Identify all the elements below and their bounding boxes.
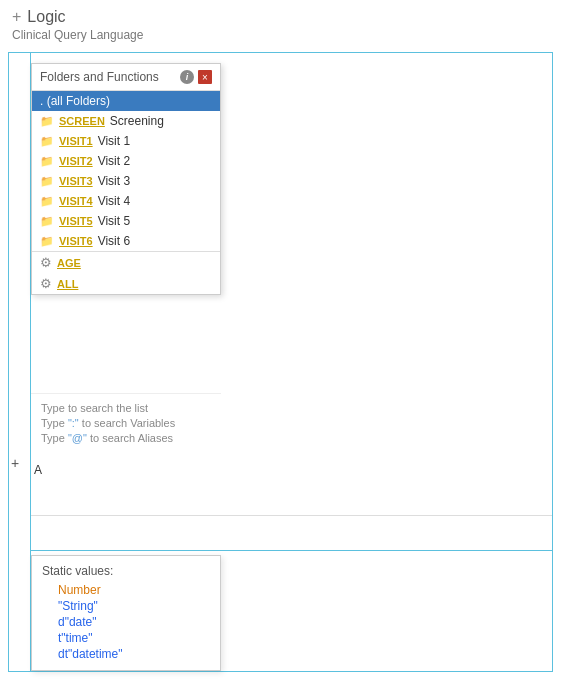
folder-label-visit2: Visit 2 <box>98 154 130 168</box>
functions-list: ⚙ AGE ⚙ ALL <box>32 252 220 294</box>
gear-icon-age: ⚙ <box>40 255 52 270</box>
close-icon[interactable]: × <box>198 70 212 84</box>
a-label: A <box>34 463 42 477</box>
folders-functions-panel: Folders and Functions i × . (all Folders… <box>31 63 221 295</box>
header: + Logic Clinical Query Language <box>0 0 561 46</box>
folder-key-visit5: VISIT5 <box>59 215 93 227</box>
page-title: Logic <box>27 8 65 26</box>
folder-key-visit3: VISIT3 <box>59 175 93 187</box>
page-container: + Logic Clinical Query Language Folders … <box>0 0 561 695</box>
folder-key-visit2: VISIT2 <box>59 155 93 167</box>
gear-icon-all: ⚙ <box>40 276 52 291</box>
folder-key-visit1: VISIT1 <box>59 135 93 147</box>
static-item-number[interactable]: Number <box>42 582 210 598</box>
function-item-age[interactable]: ⚙ AGE <box>32 252 220 273</box>
bottom-line <box>31 550 552 552</box>
colon-hint: ":" <box>68 417 79 429</box>
static-values-label: Static values: <box>42 564 210 578</box>
folder-label-visit5: Visit 5 <box>98 214 130 228</box>
folder-item-visit2[interactable]: 📁 VISIT2 Visit 2 <box>32 151 220 171</box>
folder-key-visit6: VISIT6 <box>59 235 93 247</box>
folder-label-visit6: Visit 6 <box>98 234 130 248</box>
info-icon[interactable]: i <box>180 70 194 84</box>
add-button[interactable]: + <box>11 455 19 471</box>
folder-item-visit4[interactable]: 📁 VISIT4 Visit 4 <box>32 191 220 211</box>
folder-item-visit6[interactable]: 📁 VISIT6 Visit 6 <box>32 231 220 251</box>
function-key-age: AGE <box>57 257 81 269</box>
folder-label-visit4: Visit 4 <box>98 194 130 208</box>
folder-item-visit5[interactable]: 📁 VISIT5 Visit 5 <box>32 211 220 231</box>
static-values-panel: Static values: Number "String" d"date" t… <box>31 555 221 671</box>
folder-item-visit3[interactable]: 📁 VISIT3 Visit 3 <box>32 171 220 191</box>
hint-variables: Type ":" to search Variables <box>41 417 211 429</box>
query-input[interactable] <box>31 488 552 515</box>
static-item-string[interactable]: "String" <box>42 598 210 614</box>
static-item-date[interactable]: d"date" <box>42 614 210 630</box>
static-item-datetime[interactable]: dt"datetime" <box>42 646 210 662</box>
static-item-time[interactable]: t"time" <box>42 630 210 646</box>
folder-label-visit3: Visit 3 <box>98 174 130 188</box>
folder-item-visit1[interactable]: 📁 VISIT1 Visit 1 <box>32 131 220 151</box>
panel-header-title: Folders and Functions <box>40 70 159 84</box>
hint-aliases: Type "@" to search Aliases <box>41 432 211 444</box>
at-hint: "@" <box>68 432 87 444</box>
all-folders-label: . (all Folders) <box>40 94 110 108</box>
function-item-all[interactable]: ⚙ ALL <box>32 273 220 294</box>
folder-icon-v4: 📁 <box>40 195 54 208</box>
hints-section: Type to search the list Type ":" to sear… <box>31 393 221 455</box>
folder-label-screen: Screening <box>110 114 164 128</box>
input-row <box>31 488 552 516</box>
header-title: + Logic <box>12 8 549 26</box>
content-area: Folders and Functions i × . (all Folders… <box>8 52 553 672</box>
function-key-all: ALL <box>57 278 78 290</box>
plus-icon: + <box>12 8 21 26</box>
folder-icon-v6: 📁 <box>40 235 54 248</box>
left-sidebar <box>9 53 31 671</box>
folder-icon: 📁 <box>40 115 54 128</box>
folder-icon-v2: 📁 <box>40 155 54 168</box>
panel-header: Folders and Functions i × <box>32 64 220 91</box>
hint-search: Type to search the list <box>41 402 211 414</box>
panel-header-icons: i × <box>180 70 212 84</box>
folder-item-screen[interactable]: 📁 SCREEN Screening <box>32 111 220 131</box>
folder-icon-v3: 📁 <box>40 175 54 188</box>
folder-key-visit4: VISIT4 <box>59 195 93 207</box>
subtitle: Clinical Query Language <box>12 28 549 42</box>
folder-item-all[interactable]: . (all Folders) <box>32 91 220 111</box>
folder-icon-v1: 📁 <box>40 135 54 148</box>
folder-key-screen: SCREEN <box>59 115 105 127</box>
folder-icon-v5: 📁 <box>40 215 54 228</box>
folder-list: . (all Folders) 📁 SCREEN Screening 📁 VIS… <box>32 91 220 251</box>
folder-label-visit1: Visit 1 <box>98 134 130 148</box>
